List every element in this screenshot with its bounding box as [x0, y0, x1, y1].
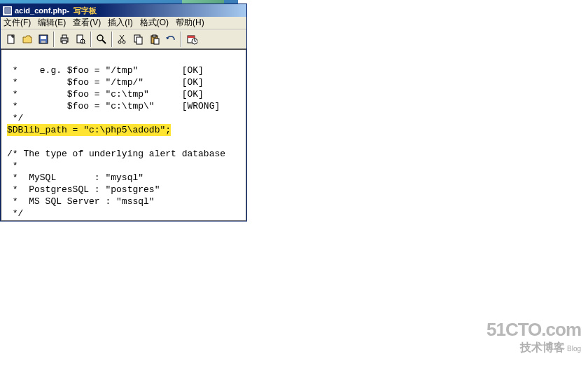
watermark: 51CTO.com 技术博客 Blog — [486, 319, 581, 355]
svg-rect-6 — [41, 36, 46, 39]
print-icon — [59, 34, 70, 45]
watermark-blog: Blog — [567, 345, 581, 353]
svg-rect-10 — [62, 41, 66, 43]
copy-button[interactable] — [131, 32, 146, 47]
menu-insert[interactable]: 插入(I) — [108, 17, 132, 29]
find-button[interactable] — [94, 32, 109, 47]
code-line: * $foo = "c:\tmp\" [WRONG] — [7, 101, 220, 111]
datetime-button[interactable] — [184, 32, 200, 47]
copy-icon — [133, 34, 144, 45]
highlighted-line: $DBlib_path = "c:\php5\adodb"; — [7, 124, 171, 136]
svg-rect-26 — [188, 36, 195, 38]
code-line: * — [7, 161, 18, 171]
menubar: 文件(F) 编辑(E) 查看(V) 插入(I) 格式(O) 帮助(H) — [1, 17, 246, 29]
undo-button[interactable] — [163, 32, 178, 47]
cut-button[interactable] — [115, 32, 130, 47]
code-line: * e.g. $foo = "/tmp" [OK] — [7, 65, 204, 76]
code-line: $DBtype = "mysql"; — [7, 220, 105, 221]
toolbar-sep — [53, 32, 55, 47]
new-icon — [6, 34, 17, 45]
svg-rect-23 — [153, 35, 156, 37]
code-line: /* The type of underlying alert database — [7, 149, 225, 159]
menu-help[interactable]: 帮助(H) — [176, 17, 204, 29]
save-icon — [38, 34, 49, 45]
menu-file[interactable]: 文件(F) — [4, 17, 31, 29]
title-filename: acid_conf.php — [15, 6, 67, 15]
preview-icon — [75, 34, 86, 45]
code-line: */ — [7, 208, 23, 219]
app-icon — [3, 6, 12, 15]
toolbar-sep — [111, 32, 113, 47]
find-icon — [96, 34, 107, 45]
svg-line-13 — [84, 43, 85, 44]
datetime-icon — [186, 34, 197, 45]
svg-rect-21 — [136, 37, 142, 44]
cut-icon — [117, 34, 128, 45]
toolbar — [1, 29, 246, 49]
svg-point-18 — [118, 41, 121, 43]
svg-rect-24 — [154, 39, 159, 44]
wordpad-window: acid_conf.php - 写字板 文件(F) 编辑(E) 查看(V) 插入… — [0, 4, 247, 222]
title-separator: - — [67, 6, 70, 15]
editor-textarea[interactable]: * e.g. $foo = "/tmp" [OK] * $foo = "/tmp… — [1, 49, 246, 221]
paste-icon — [149, 34, 160, 45]
watermark-cn: 技术博客 — [520, 341, 565, 353]
print-button[interactable] — [57, 32, 72, 47]
open-icon — [22, 34, 33, 45]
paste-button[interactable] — [147, 32, 162, 47]
menu-format[interactable]: 格式(O) — [140, 17, 169, 29]
svg-rect-7 — [41, 41, 46, 43]
code-line: * MS SQL Server : "mssql" — [7, 196, 155, 207]
watermark-url: 51CTO.com — [486, 319, 581, 341]
code-line: * $foo = "c:\tmp" [OK] — [7, 89, 204, 100]
menu-edit[interactable]: 编辑(E) — [38, 17, 66, 29]
title-appname: 写字板 — [74, 6, 97, 16]
code-line: */ — [7, 113, 23, 123]
titlebar[interactable]: acid_conf.php - 写字板 — [1, 4, 246, 17]
code-line: * PostgresSQL : "postgres" — [7, 184, 160, 195]
code-line: * $foo = "/tmp/" [OK] — [7, 77, 204, 88]
svg-line-15 — [102, 40, 106, 43]
svg-point-14 — [97, 35, 103, 41]
svg-point-19 — [122, 41, 125, 43]
svg-rect-11 — [77, 35, 83, 43]
open-button[interactable] — [20, 32, 35, 47]
undo-icon — [165, 34, 176, 45]
new-button[interactable] — [4, 32, 19, 47]
toolbar-sep — [90, 32, 92, 47]
toolbar-sep — [181, 32, 182, 47]
preview-button[interactable] — [73, 32, 88, 47]
code-line: * MySQL : "mysql" — [7, 172, 144, 183]
menu-view[interactable]: 查看(V) — [73, 17, 101, 29]
save-button[interactable] — [36, 32, 51, 47]
svg-rect-9 — [62, 35, 66, 38]
